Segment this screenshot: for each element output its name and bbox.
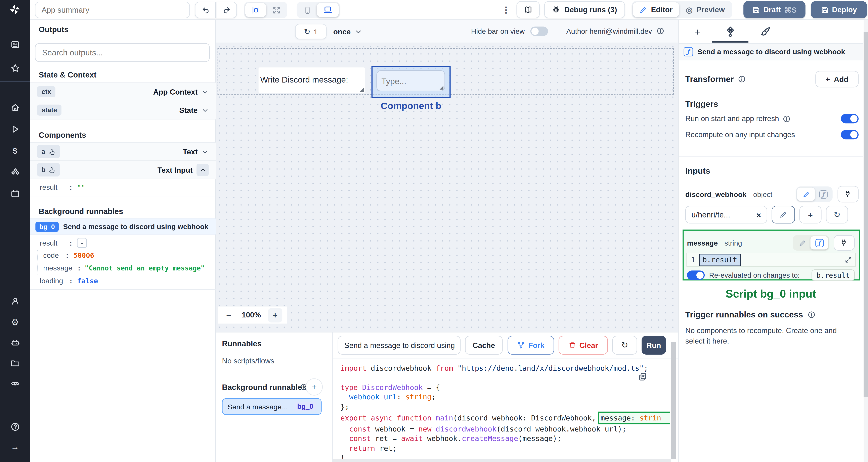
chevron-down-icon[interactable] (202, 148, 209, 155)
component-a-badge[interactable]: a (37, 145, 60, 158)
copy-code-icon[interactable] (638, 372, 647, 381)
preview-tab[interactable]: ◎ Preview (679, 2, 732, 17)
center-align-button[interactable] (245, 3, 267, 17)
expand-editor-icon[interactable] (845, 256, 852, 263)
info-icon[interactable] (657, 27, 664, 35)
window-scrollbar-thumb[interactable] (864, 32, 868, 397)
favorites-star-icon[interactable] (0, 64, 30, 73)
resize-handle[interactable] (440, 86, 443, 90)
home-icon[interactable] (0, 103, 30, 112)
info-icon[interactable] (808, 310, 815, 319)
chevron-down-icon[interactable] (202, 106, 209, 113)
settings-gear-icon[interactable]: ⚙ (0, 317, 30, 328)
fork-button[interactable]: Fork (507, 336, 554, 355)
text-input-b[interactable] (381, 73, 439, 89)
expr-editor-line[interactable]: 1 b.result (686, 253, 856, 267)
refresh-result-button[interactable]: ↻ (612, 336, 637, 355)
docs-button[interactable] (517, 1, 540, 18)
connect-plug-button[interactable] (834, 235, 855, 251)
transformer-label: Transformer (685, 74, 734, 84)
edit-resource-button[interactable] (772, 206, 795, 224)
output-row-ctx[interactable]: ctx App Context (30, 83, 216, 101)
info-icon[interactable] (738, 75, 745, 83)
component-row-b[interactable]: b Text Input (30, 161, 216, 179)
kebab-menu-button[interactable]: ⋮ (499, 2, 513, 18)
runs-play-icon[interactable] (0, 125, 30, 134)
chevron-down-icon[interactable] (202, 88, 209, 95)
bug-icon (552, 6, 560, 14)
draft-button[interactable]: Draft ⌘S (743, 1, 806, 18)
desktop-view-button[interactable] (317, 3, 339, 17)
reeval-target-badge[interactable]: b.result (811, 269, 855, 281)
editor-tab[interactable]: Editor (633, 2, 679, 17)
apps-icon[interactable] (0, 40, 30, 49)
folders-icon[interactable] (0, 358, 30, 368)
undo-button[interactable] (195, 2, 216, 18)
usage-dollar-icon[interactable]: $ (0, 146, 30, 156)
hide-bar-label: Hide bar on view (471, 27, 525, 35)
info-icon[interactable] (783, 115, 790, 123)
pencil-icon (639, 6, 647, 14)
collapse-result-button[interactable]: - (77, 238, 87, 248)
collapse-b-button[interactable] (196, 164, 209, 176)
ctx-id-badge[interactable]: ctx (37, 86, 56, 97)
help-icon[interactable] (0, 422, 30, 431)
components-tab-icon[interactable] (724, 26, 736, 38)
desktop-icon (323, 6, 332, 14)
hide-bar-toggle[interactable] (530, 27, 548, 36)
clear-x-icon[interactable]: × (756, 210, 761, 220)
script-name-button[interactable]: Send a message to discord using (338, 336, 461, 355)
code-horizontal-scrollbar[interactable] (333, 459, 671, 462)
schedules-calendar-icon[interactable] (0, 189, 30, 199)
expand-sidebar-arrow-icon[interactable]: → (0, 442, 30, 451)
search-outputs-input[interactable] (35, 43, 210, 62)
eval-mode-button[interactable]: ƒ (815, 188, 832, 201)
deploy-button[interactable]: Deploy (811, 1, 867, 18)
resource-picker[interactable]: u/henri/te... × (685, 206, 767, 224)
eval-mode-button[interactable]: ƒ (810, 236, 828, 250)
add-resource-button[interactable]: + (799, 206, 822, 224)
clear-button[interactable]: Clear (559, 336, 608, 355)
zoom-out-button[interactable]: − (223, 310, 235, 320)
component-row-a[interactable]: a Text (30, 143, 216, 161)
selected-component-b[interactable] (372, 66, 451, 98)
add-transformer-button[interactable]: + Add (815, 71, 859, 88)
resources-cubes-icon[interactable] (0, 168, 30, 177)
static-mode-button[interactable] (797, 188, 815, 201)
expand-canvas-button[interactable] (266, 6, 286, 14)
b-result-row[interactable]: result : "" (40, 183, 85, 191)
workers-icon[interactable] (0, 338, 30, 348)
component-b-badge[interactable]: b (37, 163, 60, 176)
user-icon[interactable] (0, 297, 30, 306)
app-summary-input[interactable] (35, 2, 190, 18)
reeval-toggle[interactable] (687, 270, 705, 280)
connect-plug-button[interactable] (837, 186, 859, 203)
static-mode-button[interactable] (794, 236, 810, 250)
resize-handle[interactable] (360, 88, 364, 92)
code-vertical-scrollbar[interactable] (671, 342, 676, 459)
styling-brush-tab-icon[interactable] (760, 26, 771, 37)
run-button[interactable]: Run (642, 336, 666, 355)
add-tab-plus-icon[interactable]: + (691, 27, 704, 38)
app-canvas[interactable]: Write Discord message: Component b − 100… (216, 43, 678, 332)
refresh-resource-button[interactable]: ↻ (826, 206, 848, 224)
schedule-dropdown[interactable]: once (333, 24, 362, 39)
output-row-state[interactable]: state State (30, 101, 216, 120)
mobile-view-button[interactable] (298, 6, 317, 14)
center-align-icon (252, 6, 260, 14)
run-on-start-toggle[interactable] (841, 114, 859, 124)
state-id-badge[interactable]: state (37, 105, 61, 116)
debug-runs-button[interactable]: Debug runs (3) (544, 1, 625, 18)
windmill-logo[interactable] (0, 3, 30, 16)
code-lines[interactable]: import discordwebhook from "https://deno… (340, 363, 670, 459)
audit-eye-icon[interactable] (0, 379, 30, 388)
cache-button[interactable]: Cache (465, 336, 502, 355)
runnable-item-bg0[interactable]: Send a message... bg_0 (222, 398, 322, 415)
refresh-count-button[interactable]: ↻ 1 (295, 24, 327, 39)
text-component-a[interactable]: Write Discord message: (258, 67, 365, 93)
zoom-in-button[interactable]: + (268, 308, 282, 322)
bg0-row[interactable]: bg_0 Send a message to discord using web… (30, 219, 216, 234)
redo-button[interactable] (216, 2, 237, 18)
add-runnable-button[interactable]: + (306, 378, 323, 395)
recompute-toggle[interactable] (841, 130, 859, 139)
